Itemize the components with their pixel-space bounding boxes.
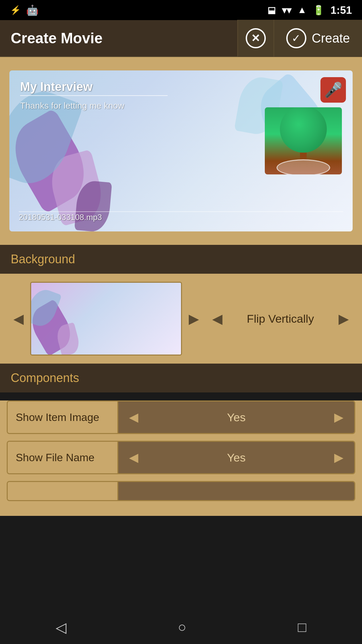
home-button[interactable]: ○ [173,614,192,641]
show-item-image-value: Yes [141,411,331,424]
status-bar: ⚡ 🤖 ⬓ ▾▾ ▲ 🔋 1:51 [0,0,362,20]
header-title-section: Create Movie [0,30,237,47]
page-title: Create Movie [11,30,103,46]
third-component-value-cell [118,482,354,500]
create-label: Create [312,31,350,46]
preview-subtitle: Thanks for letting me know [20,101,124,111]
cancel-icon: ✕ [246,28,266,48]
preview-area: My Interview Thanks for letting me know … [0,57,362,245]
components-title: Components [11,371,79,385]
tree-image [265,107,342,174]
show-file-name-value: Yes [141,451,331,464]
app-header: Create Movie ✕ ✓ Create [0,20,362,57]
back-icon: ◁ [56,619,66,636]
show-item-image-row: Show Item Image ◀ Yes ▶ [7,400,355,434]
mic-icon: 🎤 [320,77,346,103]
flash-icon: ⚡ [10,5,21,15]
flip-selector: Flip Vertically [205,299,355,339]
third-component-label-cell [8,482,118,500]
android-icon: 🤖 [26,4,39,16]
background-title: Background [11,252,75,266]
filename-underline [19,211,343,212]
bg-next-icon [189,311,199,326]
preview-title: My Interview [20,80,93,94]
recent-icon: □ [298,619,306,635]
show-file-name-value-cell: ◀ Yes ▶ [118,442,354,473]
preview-card: My Interview Thanks for letting me know … [9,70,353,231]
show-item-image-prev-button[interactable]: ◀ [126,408,141,427]
components-section-header: Components [0,364,362,392]
show-file-name-label: Show File Name [16,451,95,464]
tree-crown [280,107,327,153]
cancel-button[interactable]: ✕ [237,20,274,57]
show-item-image-label-cell: Show Item Image [8,401,118,433]
status-time: 1:51 [330,4,352,16]
create-button[interactable]: ✓ Create [274,20,362,57]
wifi-icon: ▾▾ [282,5,291,16]
flip-prev-button[interactable] [205,299,229,339]
battery-icon: 🔋 [313,5,324,16]
bg-selector-row: Flip Vertically [7,282,355,356]
flip-next-icon [339,311,349,326]
components-section: Show Item Image ◀ Yes ▶ Show File Name ◀… [0,400,362,516]
bottom-nav: ◁ ○ □ [0,610,362,644]
show-item-image-value-cell: ◀ Yes ▶ [118,401,354,433]
home-icon: ○ [178,619,186,635]
tree-bowl [277,159,330,174]
flip-next-button[interactable] [332,299,355,339]
show-file-name-label-cell: Show File Name [8,442,118,473]
header-actions: ✕ ✓ Create [237,20,362,56]
status-right-icons: ⬓ ▾▾ ▲ 🔋 1:51 [267,4,352,16]
status-left-icons: ⚡ 🤖 [10,4,39,16]
bg-next-button[interactable] [182,299,205,339]
show-file-name-prev-button[interactable]: ◀ [126,448,141,467]
tree-shape [277,107,330,174]
back-button[interactable]: ◁ [50,614,72,641]
flip-option-label: Flip Vertically [229,312,332,325]
show-item-image-next-button[interactable]: ▶ [331,408,346,427]
background-section: Flip Vertically [0,274,362,364]
show-item-image-label: Show Item Image [16,411,99,424]
recent-button[interactable]: □ [292,614,311,641]
bg-prev-button[interactable] [7,299,30,339]
show-file-name-row: Show File Name ◀ Yes ▶ [7,441,355,474]
preview-filename: 20180531-033108.mp3 [19,213,102,222]
bg-prev-icon [13,311,24,326]
signal-icon: ▲ [297,5,307,15]
show-file-name-next-button[interactable]: ▶ [331,448,346,467]
third-component-row [7,481,355,501]
flip-prev-icon [212,311,223,326]
bg-thumbnail [30,282,182,356]
check-icon: ✓ [286,28,306,48]
bluetooth-icon: ⬓ [267,5,276,15]
preview-title-underline [20,95,168,96]
background-section-header: Background [0,245,362,274]
